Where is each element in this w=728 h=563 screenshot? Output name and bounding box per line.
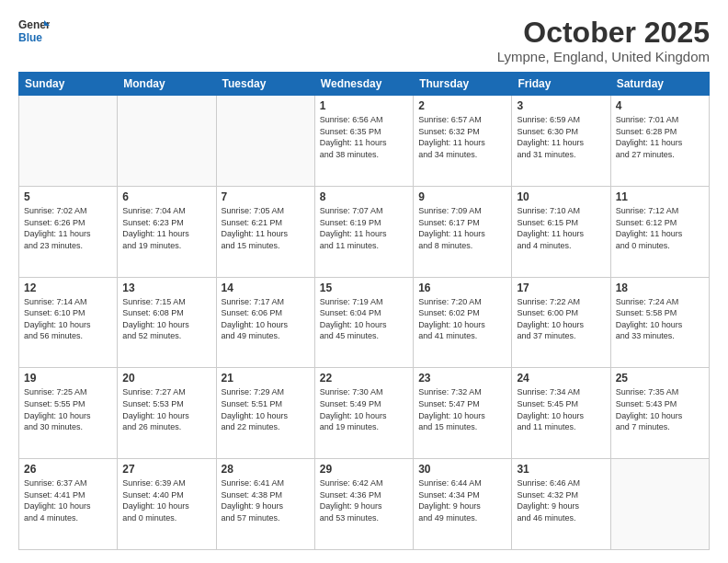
- week-row-3: 12Sunrise: 7:14 AM Sunset: 6:10 PM Dayli…: [19, 277, 710, 368]
- day-info: Sunrise: 6:44 AM Sunset: 4:34 PM Dayligh…: [418, 477, 506, 523]
- day-number: 1: [320, 99, 408, 112]
- day-number: 6: [122, 190, 210, 203]
- day-number: 3: [517, 99, 605, 112]
- week-row-1: 1Sunrise: 6:56 AM Sunset: 6:35 PM Daylig…: [19, 96, 710, 187]
- day-info: Sunrise: 7:15 AM Sunset: 6:08 PM Dayligh…: [122, 296, 210, 342]
- cell-w5-d1: 26Sunrise: 6:37 AM Sunset: 4:41 PM Dayli…: [19, 459, 118, 550]
- day-number: 28: [222, 463, 310, 476]
- cell-w2-d6: 10Sunrise: 7:10 AM Sunset: 6:15 PM Dayli…: [512, 186, 610, 277]
- cell-w1-d1: [19, 96, 118, 187]
- cell-w2-d4: 8Sunrise: 7:07 AM Sunset: 6:19 PM Daylig…: [314, 186, 413, 277]
- day-number: 12: [24, 282, 112, 294]
- day-info: Sunrise: 7:12 AM Sunset: 6:12 PM Dayligh…: [616, 205, 704, 251]
- cell-w3-d6: 17Sunrise: 7:22 AM Sunset: 6:00 PM Dayli…: [512, 277, 610, 368]
- day-number: 14: [222, 282, 310, 294]
- cell-w1-d6: 3Sunrise: 6:59 AM Sunset: 6:30 PM Daylig…: [512, 96, 610, 187]
- header-saturday: Saturday: [610, 73, 709, 96]
- cell-w5-d6: 31Sunrise: 6:46 AM Sunset: 4:32 PM Dayli…: [512, 459, 610, 550]
- day-number: 22: [320, 372, 408, 385]
- day-info: Sunrise: 6:41 AM Sunset: 4:38 PM Dayligh…: [222, 477, 310, 523]
- day-number: 29: [320, 463, 408, 476]
- day-info: Sunrise: 7:30 AM Sunset: 5:49 PM Dayligh…: [320, 386, 408, 432]
- day-number: 15: [320, 282, 408, 294]
- day-info: Sunrise: 7:24 AM Sunset: 5:58 PM Dayligh…: [616, 296, 704, 342]
- cell-w3-d2: 13Sunrise: 7:15 AM Sunset: 6:08 PM Dayli…: [118, 277, 216, 368]
- day-info: Sunrise: 7:20 AM Sunset: 6:02 PM Dayligh…: [418, 296, 506, 342]
- calendar-header: Sunday Monday Tuesday Wednesday Thursday…: [19, 73, 710, 96]
- cell-w1-d4: 1Sunrise: 6:56 AM Sunset: 6:35 PM Daylig…: [314, 96, 413, 187]
- day-info: Sunrise: 7:04 AM Sunset: 6:23 PM Dayligh…: [122, 205, 210, 251]
- cell-w4-d3: 21Sunrise: 7:29 AM Sunset: 5:51 PM Dayli…: [216, 368, 314, 459]
- header-thursday: Thursday: [414, 73, 512, 96]
- day-info: Sunrise: 6:46 AM Sunset: 4:32 PM Dayligh…: [517, 477, 605, 523]
- header-monday: Monday: [118, 73, 216, 96]
- day-info: Sunrise: 6:37 AM Sunset: 4:41 PM Dayligh…: [24, 477, 112, 523]
- header-wednesday: Wednesday: [314, 73, 413, 96]
- day-info: Sunrise: 7:02 AM Sunset: 6:26 PM Dayligh…: [24, 205, 112, 251]
- calendar-table: Sunday Monday Tuesday Wednesday Thursday…: [18, 72, 710, 550]
- day-number: 27: [122, 463, 210, 476]
- day-number: 26: [24, 463, 112, 476]
- cell-w2-d7: 11Sunrise: 7:12 AM Sunset: 6:12 PM Dayli…: [610, 186, 709, 277]
- day-number: 19: [24, 372, 112, 385]
- day-number: 18: [616, 282, 704, 294]
- header-friday: Friday: [512, 73, 610, 96]
- day-number: 7: [222, 190, 310, 203]
- day-number: 4: [616, 99, 704, 112]
- cell-w3-d4: 15Sunrise: 7:19 AM Sunset: 6:04 PM Dayli…: [314, 277, 413, 368]
- cell-w2-d3: 7Sunrise: 7:05 AM Sunset: 6:21 PM Daylig…: [216, 186, 314, 277]
- calendar-body: 1Sunrise: 6:56 AM Sunset: 6:35 PM Daylig…: [19, 96, 710, 550]
- day-number: 17: [517, 282, 605, 294]
- cell-w4-d1: 19Sunrise: 7:25 AM Sunset: 5:55 PM Dayli…: [19, 368, 118, 459]
- cell-w4-d4: 22Sunrise: 7:30 AM Sunset: 5:49 PM Dayli…: [314, 368, 413, 459]
- day-info: Sunrise: 7:14 AM Sunset: 6:10 PM Dayligh…: [24, 296, 112, 342]
- day-info: Sunrise: 7:10 AM Sunset: 6:15 PM Dayligh…: [517, 205, 605, 251]
- day-number: 13: [122, 282, 210, 294]
- days-header-row: Sunday Monday Tuesday Wednesday Thursday…: [19, 73, 710, 96]
- day-info: Sunrise: 7:35 AM Sunset: 5:43 PM Dayligh…: [616, 386, 704, 432]
- day-number: 20: [122, 372, 210, 385]
- day-info: Sunrise: 6:42 AM Sunset: 4:36 PM Dayligh…: [320, 477, 408, 523]
- cell-w3-d7: 18Sunrise: 7:24 AM Sunset: 5:58 PM Dayli…: [610, 277, 709, 368]
- week-row-4: 19Sunrise: 7:25 AM Sunset: 5:55 PM Dayli…: [19, 368, 710, 459]
- svg-text:Blue: Blue: [18, 31, 42, 44]
- cell-w1-d2: [118, 96, 216, 187]
- day-info: Sunrise: 7:05 AM Sunset: 6:21 PM Dayligh…: [222, 205, 310, 251]
- cell-w2-d1: 5Sunrise: 7:02 AM Sunset: 6:26 PM Daylig…: [19, 186, 118, 277]
- day-number: 9: [418, 190, 506, 203]
- cell-w5-d3: 28Sunrise: 6:41 AM Sunset: 4:38 PM Dayli…: [216, 459, 314, 550]
- day-info: Sunrise: 7:34 AM Sunset: 5:45 PM Dayligh…: [517, 386, 605, 432]
- cell-w4-d2: 20Sunrise: 7:27 AM Sunset: 5:53 PM Dayli…: [118, 368, 216, 459]
- day-info: Sunrise: 6:56 AM Sunset: 6:35 PM Dayligh…: [320, 114, 408, 160]
- day-info: Sunrise: 7:01 AM Sunset: 6:28 PM Dayligh…: [616, 114, 704, 160]
- day-number: 25: [616, 372, 704, 385]
- cell-w2-d5: 9Sunrise: 7:09 AM Sunset: 6:17 PM Daylig…: [414, 186, 512, 277]
- day-number: 11: [616, 190, 704, 203]
- page: General Blue October 2025 Lympne, Englan…: [0, 0, 728, 563]
- cell-w5-d5: 30Sunrise: 6:44 AM Sunset: 4:34 PM Dayli…: [414, 459, 512, 550]
- day-info: Sunrise: 6:39 AM Sunset: 4:40 PM Dayligh…: [122, 477, 210, 523]
- day-number: 5: [24, 190, 112, 203]
- day-number: 23: [418, 372, 506, 385]
- logo: General Blue: [18, 17, 50, 50]
- cell-w5-d2: 27Sunrise: 6:39 AM Sunset: 4:40 PM Dayli…: [118, 459, 216, 550]
- cell-w3-d5: 16Sunrise: 7:20 AM Sunset: 6:02 PM Dayli…: [414, 277, 512, 368]
- cell-w1-d3: [216, 96, 314, 187]
- header: General Blue October 2025 Lympne, Englan…: [18, 17, 710, 64]
- cell-w5-d7: [610, 459, 709, 550]
- day-info: Sunrise: 7:22 AM Sunset: 6:00 PM Dayligh…: [517, 296, 605, 342]
- day-number: 10: [517, 190, 605, 203]
- header-tuesday: Tuesday: [216, 73, 314, 96]
- day-number: 8: [320, 190, 408, 203]
- day-number: 16: [418, 282, 506, 294]
- week-row-2: 5Sunrise: 7:02 AM Sunset: 6:26 PM Daylig…: [19, 186, 710, 277]
- day-info: Sunrise: 7:07 AM Sunset: 6:19 PM Dayligh…: [320, 205, 408, 251]
- day-number: 2: [418, 99, 506, 112]
- day-info: Sunrise: 7:09 AM Sunset: 6:17 PM Dayligh…: [418, 205, 506, 251]
- cell-w5-d4: 29Sunrise: 6:42 AM Sunset: 4:36 PM Dayli…: [314, 459, 413, 550]
- day-info: Sunrise: 7:32 AM Sunset: 5:47 PM Dayligh…: [418, 386, 506, 432]
- day-number: 30: [418, 463, 506, 476]
- title-block: October 2025 Lympne, England, United Kin…: [497, 17, 710, 64]
- day-info: Sunrise: 7:17 AM Sunset: 6:06 PM Dayligh…: [222, 296, 310, 342]
- header-sunday: Sunday: [19, 73, 118, 96]
